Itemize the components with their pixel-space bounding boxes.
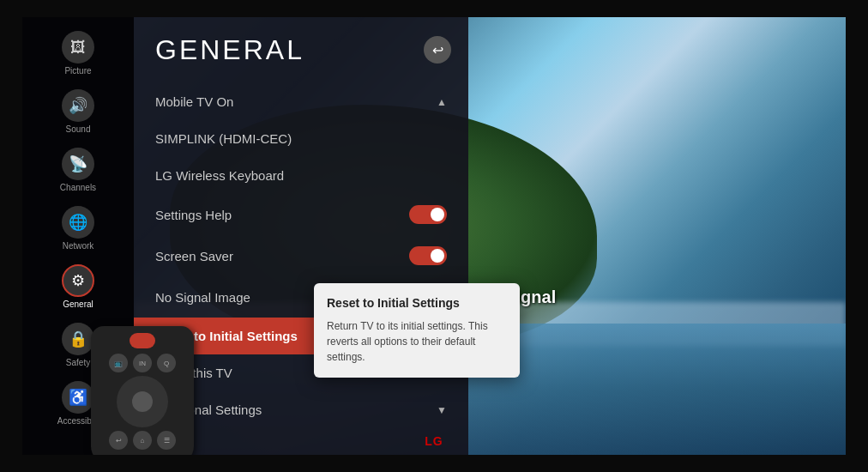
- network-icon: 🌐: [62, 206, 94, 239]
- tooltip-popup: Reset to Initial Settings Return TV to i…: [314, 283, 520, 378]
- menu-label-simplink: SIMPLINK (HDMI-CEC): [155, 131, 292, 146]
- remote-dpad[interactable]: [117, 376, 168, 427]
- menu-item-mobile-tv[interactable]: Mobile TV On ▲: [134, 83, 468, 120]
- menu-item-lg-keyboard[interactable]: LG Wireless Keyboard: [134, 157, 468, 194]
- remote-btn-3[interactable]: Q: [157, 354, 176, 372]
- settings-help-toggle[interactable]: [409, 205, 447, 224]
- remote-top-buttons: 📺 IN Q: [109, 354, 176, 372]
- tooltip-title: Reset to Initial Settings: [327, 296, 507, 310]
- remote-menu-button[interactable]: ☰: [157, 431, 176, 450]
- picture-icon: 🖼: [62, 31, 94, 64]
- sidebar-label-safety: Safety: [66, 358, 90, 367]
- sidebar-label-sound: Sound: [66, 124, 91, 134]
- menu-item-settings-help[interactable]: Settings Help: [134, 194, 468, 235]
- sidebar-label-picture: Picture: [64, 66, 91, 76]
- remote-back-button[interactable]: ↩: [109, 431, 128, 450]
- remote-bottom-buttons: ↩ ⌂ ☰: [109, 431, 176, 450]
- remote-btn-2[interactable]: IN: [133, 354, 152, 372]
- menu-label-screen-saver: Screen Saver: [155, 249, 233, 263]
- sidebar-label-channels: Channels: [60, 183, 96, 192]
- tv-frame: 🖼 Picture 🔊 Sound 📡 Channels 🌐 Network ⚙…: [0, 0, 868, 472]
- safety-icon: 🔒: [62, 323, 94, 355]
- screen: 🖼 Picture 🔊 Sound 📡 Channels 🌐 Network ⚙…: [22, 17, 846, 455]
- menu-label-settings-help: Settings Help: [155, 208, 232, 222]
- sidebar-item-picture[interactable]: 🖼 Picture: [22, 24, 134, 82]
- chevron-down-icon: ▼: [437, 404, 447, 416]
- menu-label-no-signal-image: No Signal Image: [155, 290, 250, 305]
- sidebar-item-channels[interactable]: 📡 Channels: [22, 141, 134, 199]
- menu-item-simplink[interactable]: SIMPLINK (HDMI-CEC): [134, 120, 468, 157]
- sidebar-item-network[interactable]: 🌐 Network: [22, 199, 134, 257]
- channels-icon: 📡: [62, 148, 94, 180]
- menu-label-mobile-tv: Mobile TV On: [155, 94, 233, 109]
- remote-home-button[interactable]: ⌂: [133, 431, 152, 450]
- back-button[interactable]: ↩: [424, 36, 451, 64]
- sidebar-label-network: Network: [63, 241, 94, 251]
- page-title: GENERAL: [134, 34, 468, 66]
- sidebar-label-general: General: [63, 300, 93, 309]
- tooltip-body: Return TV to its initial settings. This …: [327, 318, 507, 365]
- sound-icon: 🔊: [62, 89, 94, 122]
- menu-item-screen-saver[interactable]: Screen Saver: [134, 235, 468, 276]
- chevron-up-icon: ▲: [437, 96, 447, 108]
- general-icon: ⚙: [62, 264, 94, 297]
- remote-btn-1[interactable]: 📺: [109, 354, 128, 372]
- sidebar-item-sound[interactable]: 🔊 Sound: [22, 82, 134, 141]
- accessibility-icon: ♿: [62, 381, 94, 414]
- screen-saver-toggle[interactable]: [409, 246, 447, 265]
- remote-power-button[interactable]: [130, 333, 155, 348]
- lg-logo: LG: [425, 434, 443, 448]
- sidebar-item-general[interactable]: ⚙ General: [22, 257, 134, 316]
- menu-label-lg-keyboard: LG Wireless Keyboard: [155, 168, 284, 183]
- remote-control: 📺 IN Q ↩ ⌂ ☰: [91, 326, 194, 455]
- remote-ok-button[interactable]: [132, 391, 153, 412]
